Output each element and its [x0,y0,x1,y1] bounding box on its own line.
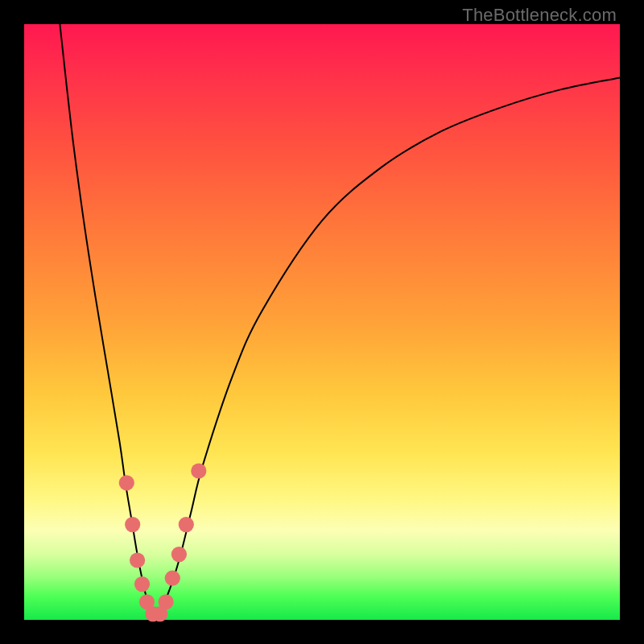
highlight-dot [159,594,174,609]
highlight-dot [165,571,180,586]
highlight-dot [179,517,194,532]
highlight-dot [125,517,140,532]
plot-area [24,24,620,620]
highlight-dot [191,463,206,478]
series-right-limb [155,78,620,620]
highlight-dots [119,463,207,621]
chart-frame: TheBottleneck.com [0,0,644,644]
series-left-limb [60,24,155,620]
highlight-dot [171,547,187,562]
chart-svg [24,24,620,620]
highlight-dot [119,475,134,490]
curve-lines [60,24,620,620]
watermark-text: TheBottleneck.com [462,5,617,26]
highlight-dot [130,552,145,568]
highlight-dot [134,576,150,592]
